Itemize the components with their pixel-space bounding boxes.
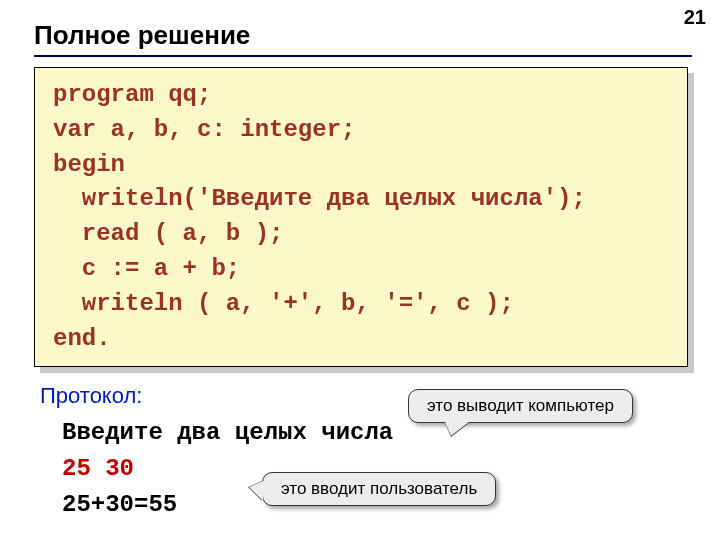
callout-computer-text: это выводит компьютер bbox=[427, 396, 614, 415]
page-number: 21 bbox=[684, 6, 706, 29]
callout-computer-output: это выводит компьютер bbox=[408, 389, 633, 423]
callout-user-input: это вводит пользователь bbox=[262, 472, 496, 506]
code-block-container: program qq; var a, b, c: integer; begin … bbox=[34, 67, 688, 367]
callout-tail-icon bbox=[445, 422, 469, 436]
protocol-block: Введите два целых числа 25 30 25+30=55 bbox=[62, 415, 692, 523]
callout-user-text: это вводит пользователь bbox=[281, 479, 477, 498]
callout-tail-icon bbox=[249, 481, 263, 501]
code-block: program qq; var a, b, c: integer; begin … bbox=[34, 67, 688, 367]
slide-title: Полное решение bbox=[34, 20, 692, 51]
title-rule bbox=[34, 55, 692, 57]
